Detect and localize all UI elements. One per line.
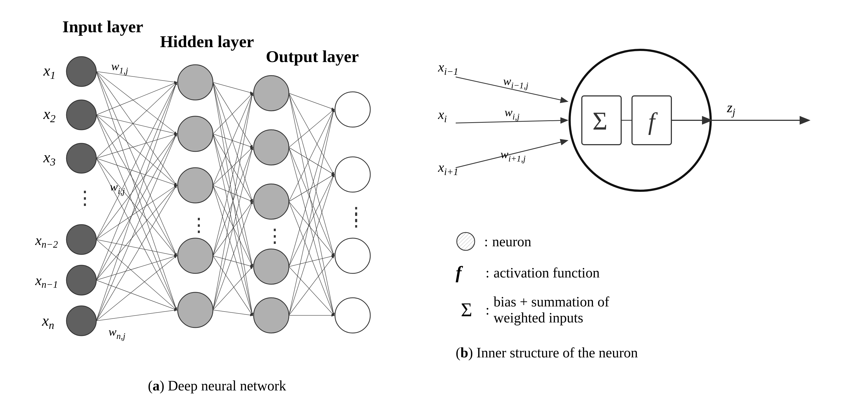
caption-text-right: Inner structure of the neuron [473, 345, 638, 360]
legend-symbol-summation: Σ [456, 299, 477, 321]
svg-point-18 [178, 168, 213, 203]
svg-line-94 [289, 147, 334, 256]
svg-line-115 [456, 120, 567, 123]
svg-line-69 [213, 134, 252, 147]
svg-line-76 [213, 185, 252, 267]
svg-line-43 [96, 82, 177, 158]
svg-line-87 [213, 310, 252, 315]
legend-label-activation: activation function [493, 265, 599, 281]
svg-point-3 [66, 57, 96, 87]
svg-point-17 [178, 116, 213, 151]
legend: : neuron f : activation function Σ : bia… [456, 231, 609, 337]
svg-point-22 [254, 76, 289, 111]
svg-text:⋮: ⋮ [75, 187, 94, 208]
svg-text:x3: x3 [43, 149, 56, 168]
svg-text:x2: x2 [43, 105, 56, 125]
caption-letter-a: a [152, 378, 159, 393]
svg-point-20 [178, 238, 213, 273]
svg-text:wn,j: wn,j [108, 325, 125, 341]
svg-line-41 [96, 115, 177, 256]
svg-text:xn−2: xn−2 [35, 233, 58, 250]
svg-line-77 [213, 185, 252, 315]
svg-line-89 [289, 93, 334, 174]
svg-line-103 [289, 267, 334, 315]
svg-line-99 [289, 202, 334, 315]
svg-line-60 [96, 185, 177, 321]
svg-line-83 [213, 93, 252, 310]
legend-colon-activation: : [486, 265, 489, 281]
svg-line-65 [213, 82, 252, 202]
svg-point-132 [457, 233, 475, 250]
svg-line-49 [96, 134, 177, 240]
svg-line-92 [289, 109, 334, 147]
legend-label-summation-line1: bias + summation of [493, 294, 609, 310]
svg-text:Output layer: Output layer [266, 47, 359, 66]
svg-text:xn: xn [42, 312, 54, 331]
svg-point-24 [254, 184, 289, 219]
svg-text:⋮: ⋮ [189, 215, 208, 236]
svg-line-106 [289, 256, 334, 315]
svg-line-68 [213, 93, 252, 134]
svg-point-23 [254, 130, 289, 165]
svg-text:zj: zj [727, 100, 735, 117]
svg-line-93 [289, 147, 334, 174]
svg-text:xn−1: xn−1 [35, 273, 58, 290]
svg-point-32 [335, 298, 370, 333]
svg-line-54 [96, 134, 177, 280]
svg-point-21 [178, 292, 213, 327]
svg-line-105 [289, 174, 334, 315]
svg-point-7 [66, 225, 96, 254]
svg-line-36 [96, 72, 177, 256]
left-panel: Input layer Hidden layer Output layer ⋮ … [27, 18, 407, 396]
legend-label-neuron: neuron [492, 234, 531, 249]
svg-text:xi+1: xi+1 [438, 160, 458, 177]
svg-text:wi+1,j: wi+1,j [500, 148, 526, 163]
svg-line-98 [289, 202, 334, 256]
svg-line-63 [213, 82, 252, 93]
svg-point-26 [254, 249, 289, 284]
svg-line-38 [96, 82, 177, 115]
svg-text:wi,j: wi,j [110, 180, 125, 196]
svg-point-8 [66, 265, 96, 295]
legend-colon-summation: : [486, 302, 489, 318]
svg-text:⋮: ⋮ [347, 204, 366, 225]
caption-text-left: Deep neural network [164, 378, 286, 393]
svg-line-62 [96, 310, 177, 321]
svg-point-29 [335, 157, 370, 192]
legend-colon-neuron: : [484, 234, 488, 249]
svg-text:xi: xi [438, 107, 447, 124]
legend-item-neuron: : neuron [456, 231, 609, 252]
svg-text:w1,j: w1,j [111, 60, 128, 75]
svg-line-70 [213, 134, 252, 202]
caption-letter-b: b [460, 345, 468, 360]
legend-item-summation: Σ : bias + summation of weighted inputs [456, 294, 609, 326]
caption-left: (a) Deep neural network [148, 378, 286, 394]
legend-label-summation-line2: weighted inputs [493, 310, 609, 326]
caption-right: (b) Inner structure of the neuron [456, 345, 638, 360]
neuron-diagram: xi−1 xi xi+1 wi−1,j wi,j wi+1,j [434, 18, 841, 220]
svg-point-28 [335, 92, 370, 127]
svg-line-48 [96, 82, 177, 240]
legend-item-activation: f : activation function [456, 263, 609, 283]
right-panel: xi−1 xi xi+1 wi−1,j wi,j wi+1,j [434, 18, 841, 396]
svg-text:xi−1: xi−1 [438, 59, 458, 77]
svg-text:⋮: ⋮ [265, 226, 284, 246]
svg-line-91 [289, 93, 334, 315]
legend-symbol-activation: f [456, 263, 477, 283]
svg-text:Σ: Σ [592, 107, 607, 135]
svg-text:x1: x1 [43, 62, 56, 81]
svg-line-40 [96, 115, 177, 185]
svg-point-5 [66, 143, 96, 173]
svg-point-31 [335, 238, 370, 273]
svg-line-61 [96, 256, 177, 321]
svg-line-64 [213, 82, 252, 147]
svg-point-4 [66, 100, 96, 130]
svg-line-104 [289, 109, 334, 315]
svg-text:Input layer: Input layer [62, 18, 143, 36]
svg-line-58 [96, 82, 177, 321]
svg-line-50 [96, 185, 177, 240]
nn-diagram: Input layer Hidden layer Output layer ⋮ … [27, 18, 407, 370]
svg-point-27 [254, 298, 289, 333]
main-container: Input layer Hidden layer Output layer ⋮ … [0, 0, 868, 414]
svg-line-44 [96, 134, 177, 158]
